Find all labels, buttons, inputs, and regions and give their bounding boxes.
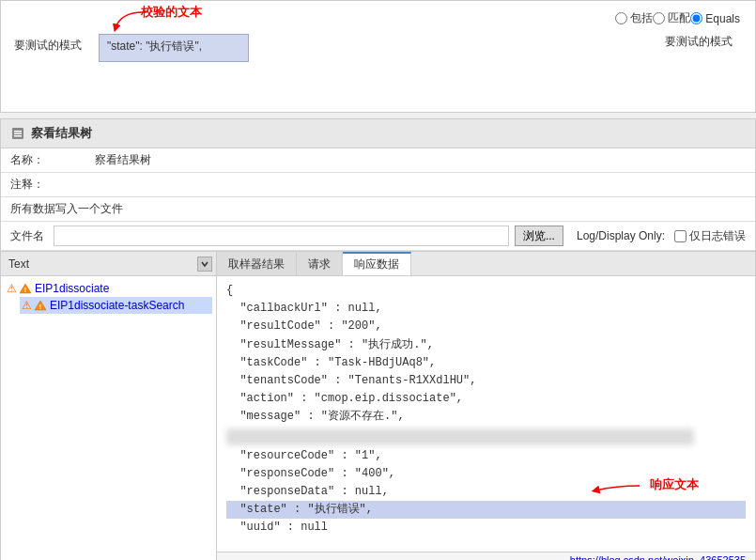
file-label: 文件名 <box>10 228 48 244</box>
tree-item-eip1dissociate-tasksearch[interactable]: ⚠ ! EIP1dissociate-taskSearch <box>20 297 212 314</box>
tree-item-eip1dissociate[interactable]: ⚠ ! EIP1dissociate <box>5 280 212 297</box>
json-content-area: { "callbackUrl" : null, "resultCode" : "… <box>217 276 755 552</box>
tab-response-data[interactable]: 响应数据 <box>343 252 411 275</box>
log-only-checkbox[interactable] <box>674 230 687 242</box>
radio-match[interactable]: 匹配 <box>653 10 690 26</box>
status-bar: https://blog.csdn.net/weixin_43652535 <box>217 552 755 560</box>
tree-item-label-2: EIP1dissociate-taskSearch <box>50 299 184 312</box>
json-line-response-code: "responseCode" : "400", <box>226 465 746 483</box>
svg-rect-3 <box>14 133 22 135</box>
browse-button[interactable]: 浏览... <box>515 226 563 246</box>
json-line-resource: "resourceCode" : "1", <box>226 447 746 465</box>
json-line-uuid: "uuid" : null <box>226 519 746 537</box>
tab-sampler-result[interactable]: 取样器结果 <box>217 252 297 275</box>
dropdown-text: Text <box>5 257 197 271</box>
warn-icon-2: ⚠ <box>22 299 32 312</box>
top-arrow-svg <box>106 8 153 36</box>
name-value: 察看结果树 <box>95 152 151 168</box>
pattern-row: 要测试的模式 校验的文本 要测试的模式 " <box>10 30 746 66</box>
comment-row: 注释： <box>1 173 755 197</box>
main-panel: 察看结果树 名称： 察看结果树 注释： 所有数据写入一个文件 文件名 浏览...… <box>0 118 756 560</box>
json-line-response-data: "responseData" : null, <box>226 483 746 501</box>
json-line-1: "callbackUrl" : null, <box>226 300 746 318</box>
left-tree-panel: Text ⚠ ! EIP1dissociate ⚠ <box>1 252 217 560</box>
svg-rect-2 <box>14 131 22 132</box>
tab-request[interactable]: 请求 <box>297 252 343 275</box>
chevron-down-icon <box>200 259 209 269</box>
panel-header: 察看结果树 <box>1 119 755 148</box>
blurred-line <box>226 428 694 445</box>
right-panel: 取样器结果 请求 响应数据 { "callbackUrl" : null, "r… <box>217 252 755 560</box>
name-row: 名称： 察看结果树 <box>1 148 755 173</box>
json-line-6: "action" : "cmop.eip.dissociate", <box>226 390 746 408</box>
tree-area: ⚠ ! EIP1dissociate ⚠ ! EIP1dissociate-ta… <box>1 276 216 560</box>
name-label: 名称： <box>10 152 95 168</box>
tree-panel-icon <box>11 127 24 140</box>
status-url: https://blog.csdn.net/weixin_43652535 <box>570 554 746 560</box>
log-only-label[interactable]: 仅日志错误 <box>674 228 746 244</box>
file-input[interactable] <box>54 226 509 246</box>
tree-item-label-1: EIP1dissociate <box>35 282 109 295</box>
triangle-warn-icon-2: ! <box>34 299 47 312</box>
json-line-2: "resultCode" : "200", <box>226 318 746 335</box>
json-line-7: "message" : "资源不存在.", <box>226 408 746 426</box>
svg-text:!: ! <box>39 303 41 310</box>
json-line-3: "resultMessage" : "执行成功.", <box>226 336 746 354</box>
comment-label: 注释： <box>10 177 95 193</box>
svg-rect-4 <box>14 135 22 137</box>
tab-bar: 取样器结果 请求 响应数据 <box>217 252 755 276</box>
dropdown-arrow[interactable] <box>197 257 212 272</box>
content-area: Text ⚠ ! EIP1dissociate ⚠ <box>1 251 755 560</box>
warn-icon-1: ⚠ <box>7 282 17 295</box>
triangle-warn-icon: ! <box>19 282 32 295</box>
panel-title: 察看结果树 <box>31 125 92 142</box>
file-row: 文件名 浏览... Log/Display Only: 仅日志错误 <box>1 222 755 251</box>
radio-include[interactable]: 包括 <box>615 10 653 26</box>
dropdown-header: Text <box>1 252 216 276</box>
pattern-right: 校验的文本 要测试的模式 "state": "执行错误", <box>89 34 742 62</box>
svg-text:!: ! <box>24 287 26 293</box>
top-section: 包括 匹配 Equals 要测试的模式 校验的文本 <box>0 0 756 113</box>
json-line-5: "tenantsCode" : "Tenants-R1XXdlHU", <box>226 372 746 390</box>
pattern-label: 要测试的模式 <box>14 34 89 54</box>
log-display-label: Log/Display Only: <box>577 229 665 242</box>
state-error-box: "state": "执行错误", <box>99 34 249 62</box>
json-line-4: "taskCode" : "Task-HBdjUAq8", <box>226 354 746 372</box>
all-data-label: 所有数据写入一个文件 <box>10 201 123 217</box>
result-right-label: 要测试的模式 <box>665 34 733 50</box>
json-line-state: "state" : "执行错误", <box>226 501 746 519</box>
all-data-row: 所有数据写入一个文件 <box>1 197 755 222</box>
panel-icon <box>10 126 25 141</box>
state-error-text: "state": "执行错误", <box>107 39 202 53</box>
radio-equals[interactable]: Equals <box>690 10 740 26</box>
json-line-0: { <box>226 282 746 300</box>
